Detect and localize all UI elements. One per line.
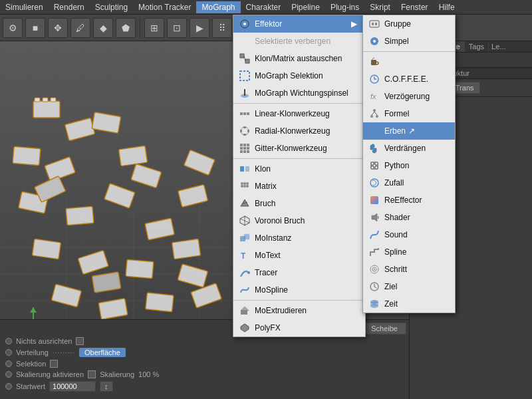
svg-point-113 bbox=[376, 167, 377, 168]
label-skalierung-pct: Skalierung bbox=[100, 370, 134, 378]
checkbox-ausrichten[interactable] bbox=[76, 337, 84, 345]
erben-icon bbox=[368, 108, 380, 120]
svg-rect-10 bbox=[43, 98, 48, 102]
svg-text:T: T bbox=[241, 251, 246, 261]
toolbar-object-icon[interactable]: ◆ bbox=[93, 18, 113, 38]
label-skalierung-aktivieren: Skalierung aktivieren bbox=[16, 370, 84, 378]
checkbox-skalierung[interactable] bbox=[88, 370, 96, 378]
menu-radial-klon[interactable]: Radial-Klonwerkzeug bbox=[233, 122, 365, 140]
menu-motext[interactable]: T MoText bbox=[233, 247, 365, 264]
menu-klon[interactable]: Klon bbox=[233, 160, 365, 178]
menu-gruppe[interactable]: Gruppe bbox=[363, 15, 455, 33]
menu-plugins[interactable]: Plug-ins bbox=[325, 1, 364, 13]
spline-eff-icon bbox=[368, 229, 380, 241]
value-skalierung: 100 % bbox=[138, 370, 159, 378]
menu-mograph-selektion[interactable]: MoGraph Selektion bbox=[233, 67, 365, 84]
toolbar-move-icon[interactable]: ✥ bbox=[48, 18, 68, 38]
menu-rendern[interactable]: Rendern bbox=[49, 1, 90, 13]
scheibe-button[interactable]: Scheibe bbox=[362, 323, 406, 334]
menu-bruch[interactable]: Bruch bbox=[233, 195, 365, 212]
menu-mospline[interactable]: MoSpline bbox=[233, 281, 365, 299]
startwert-stepper[interactable]: ↕ bbox=[100, 381, 113, 392]
toolbar-shape-icon[interactable]: ⬟ bbox=[116, 18, 136, 38]
svg-rect-23 bbox=[126, 259, 154, 278]
menu-simulieren[interactable]: Simulieren bbox=[0, 1, 49, 13]
toolbar-paint-icon[interactable]: 🖊 bbox=[70, 18, 90, 38]
checkbox-selektion[interactable] bbox=[50, 360, 58, 368]
svg-point-112 bbox=[372, 167, 373, 168]
menu-schritt[interactable]: Spline bbox=[363, 243, 455, 261]
menu-sculpting[interactable]: Sculpting bbox=[90, 1, 133, 13]
menu-ziel[interactable]: Schritt bbox=[363, 261, 455, 278]
toolbar-cube-icon[interactable]: ■ bbox=[25, 18, 45, 38]
svg-point-48 bbox=[243, 23, 246, 25]
menu-simpel[interactable]: Simpel bbox=[363, 33, 455, 50]
menu-tracer[interactable]: Tracer bbox=[233, 264, 365, 281]
startwert-input[interactable] bbox=[49, 381, 96, 392]
svg-point-74 bbox=[241, 182, 243, 185]
verbergen-icon bbox=[239, 35, 251, 47]
svg-rect-26 bbox=[98, 299, 128, 320]
panel-tab-le[interactable]: Le... bbox=[489, 41, 508, 52]
moextrudieren-icon bbox=[239, 305, 251, 317]
menu-voronoi[interactable]: Voronoi Bruch bbox=[233, 212, 365, 229]
toolbar-grid-icon[interactable]: ⠿ bbox=[212, 18, 232, 38]
menu-zufall[interactable]: Python bbox=[363, 157, 455, 174]
menu-motiontracker[interactable]: Motion Tracker bbox=[133, 1, 196, 13]
mospline-icon bbox=[239, 284, 251, 296]
radio-skalierung[interactable] bbox=[5, 371, 12, 378]
menu-moextrudieren[interactable]: MoExtrudieren bbox=[233, 302, 365, 319]
menu-gitter-klon[interactable]: Gitter-Klonwerkzeug bbox=[233, 140, 365, 157]
verteilung-value[interactable]: Oberfläche bbox=[79, 348, 126, 357]
radio-startwert[interactable] bbox=[5, 383, 12, 390]
label-selektion: Selektion bbox=[16, 360, 46, 368]
menu-klon-matrix[interactable]: Klon/Matrix austauschen bbox=[233, 50, 365, 67]
menu-selektierte-verbergen: Selektierte verbergen bbox=[233, 33, 365, 50]
toolbar-render-icon[interactable]: ⊡ bbox=[167, 18, 187, 38]
menu-mograph-wichtung[interactable]: MoGraph Wichtungspinsel bbox=[233, 84, 365, 102]
bruch-icon bbox=[239, 198, 251, 209]
tracer-icon bbox=[239, 267, 251, 279]
voronoi-icon bbox=[239, 215, 251, 227]
menu-spline-eff[interactable]: Sound bbox=[363, 226, 455, 243]
matrix-icon bbox=[239, 180, 251, 192]
menu-shader[interactable]: ReEffector bbox=[363, 192, 455, 209]
simpel-icon bbox=[368, 35, 380, 47]
menu-coffee[interactable] bbox=[363, 53, 455, 70]
toolbar-sep-1 bbox=[140, 19, 140, 37]
menu-reeffector[interactable]: Zufall bbox=[363, 174, 455, 192]
menu-formel[interactable]: fx Verzögerung bbox=[363, 88, 455, 105]
menu-matrix[interactable]: Matrix bbox=[233, 178, 365, 195]
menu-charakter[interactable]: Charakter bbox=[241, 1, 287, 13]
menu-hilfe[interactable]: Hilfe bbox=[434, 1, 460, 13]
menu-erben[interactable]: Formel bbox=[363, 105, 455, 122]
radio-verteilung[interactable] bbox=[5, 349, 12, 356]
menu-volumen[interactable]: Zeit bbox=[363, 295, 455, 313]
menu-polyfx[interactable]: PolyFX bbox=[233, 319, 365, 336]
menu-skript[interactable]: Skript bbox=[364, 1, 396, 13]
menu-effektor[interactable]: Effektor ▶ bbox=[233, 15, 365, 33]
svg-rect-9 bbox=[35, 98, 40, 102]
svg-rect-59 bbox=[243, 126, 246, 128]
toolbar-scene-icon[interactable]: ⊞ bbox=[144, 18, 164, 38]
wichtung-icon bbox=[239, 87, 251, 99]
svg-line-51 bbox=[244, 56, 245, 61]
panel-tab-tags[interactable]: Tags bbox=[465, 41, 489, 52]
svg-point-111 bbox=[374, 165, 375, 166]
menu-verzoegerung[interactable]: C.O.F.F.E.E. bbox=[363, 70, 455, 88]
menu-verdraengen[interactable]: Erben ↗ bbox=[363, 122, 455, 140]
menu-fenster[interactable]: Fenster bbox=[396, 1, 434, 13]
menu-zeit[interactable]: Ziel bbox=[363, 278, 455, 295]
toolbar-settings-icon[interactable]: ⚙ bbox=[3, 18, 23, 38]
menu-mograph[interactable]: MoGraph bbox=[196, 1, 240, 13]
menu-sound[interactable]: Shader bbox=[363, 209, 455, 226]
menu-moinstanz[interactable]: MoInstanz bbox=[233, 229, 365, 247]
menu-linear-klon[interactable]: Linear-Klonwerkzeug bbox=[233, 105, 365, 122]
menu-python[interactable]: Verdrängen bbox=[363, 140, 455, 157]
menu-pipeline[interactable]: Pipeline bbox=[286, 1, 325, 13]
toolbar-anim-icon[interactable]: ▶ bbox=[190, 18, 209, 38]
radio-ausrichten[interactable] bbox=[5, 338, 12, 344]
radio-selektion[interactable] bbox=[5, 360, 12, 367]
mograph-dropdown: Effektor ▶ Selektierte verbergen Klon/Ma… bbox=[233, 15, 366, 337]
bottom-row-selektion: Selektion bbox=[3, 358, 406, 369]
